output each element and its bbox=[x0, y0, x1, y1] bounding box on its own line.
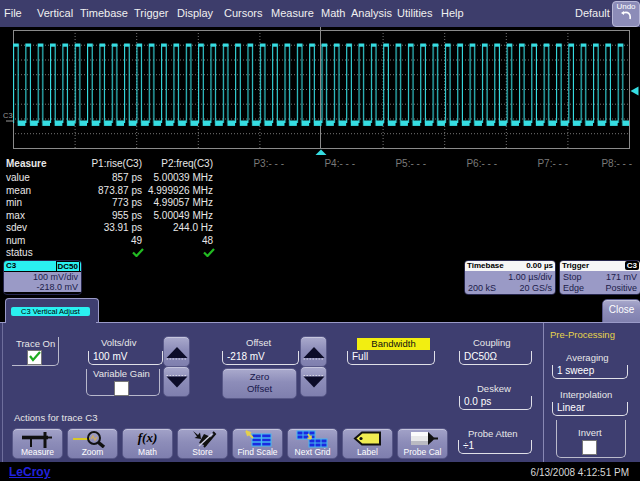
svg-text:C3: C3 bbox=[3, 111, 13, 120]
